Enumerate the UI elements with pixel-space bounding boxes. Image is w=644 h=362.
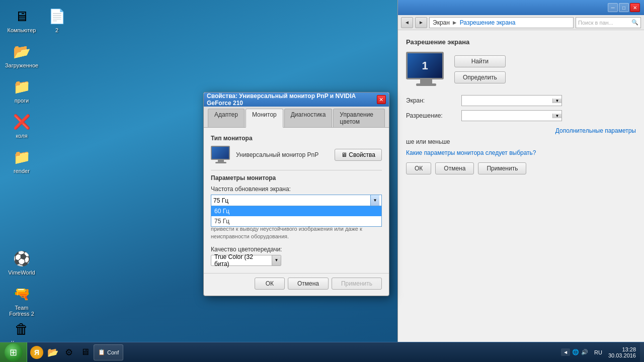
dialog-apply-btn[interactable]: Применить [332, 278, 382, 290]
search-placeholder: Поиск в пан... [578, 20, 631, 26]
panel-minimize-btn[interactable]: ─ [608, 3, 618, 12]
desktop: 🖥 Компьютер 📄 2 📂 Загруженное 📁 проги ❌ … [0, 0, 644, 362]
dialog-tabs: Адаптер Монитор Диагностика Управление ц… [204, 107, 389, 128]
color-quality-label: Качество цветопередачи: [211, 246, 382, 253]
refresh-rate-dropdown[interactable]: 75 Гц ▼ 60 Гц 75 Гц [211, 195, 382, 206]
conf-taskbar-item[interactable]: 📋 Conf [94, 344, 123, 360]
tray-arrow[interactable]: ◄ [561, 348, 570, 356]
screen-dropdown-arrow[interactable]: ▼ [552, 99, 561, 103]
back-btn[interactable]: ◄ [401, 17, 413, 28]
dialog-title: Свойства: Универсальный монитор PnP и NV… [207, 93, 377, 107]
panel-titlebar: ─ □ ✕ [398, 0, 644, 15]
color-quality-arrow-icon[interactable]: ▼ [272, 255, 281, 265]
color-quality-value: True Color (32 бита) [211, 253, 272, 267]
find-btn[interactable]: Найти [454, 55, 506, 67]
clock-time: 13:28 [608, 346, 636, 352]
word-icon-label: 2 [55, 27, 58, 33]
panel-bottom-buttons: ОК Отмена Применить [406, 162, 636, 174]
dialog-cancel-btn[interactable]: Отмена [288, 278, 329, 290]
refresh-rate-label: Частота обновления экрана: [211, 186, 382, 193]
desktop-icon-kolya[interactable]: ❌ коля [4, 110, 39, 141]
yandex-taskbar-icon[interactable]: Я [29, 345, 44, 360]
resolution-label: Разрешение: [406, 112, 456, 119]
clock-date: 30.03.2016 [608, 352, 636, 358]
desktop-icon-progi[interactable]: 📁 проги [4, 74, 39, 106]
panel-apply-btn[interactable]: Применить [478, 162, 526, 174]
tf2-icon: 🔫 [12, 284, 32, 304]
tab-monitor[interactable]: Монитор [246, 109, 283, 128]
dialog-ok-btn[interactable]: ОК [255, 278, 285, 290]
screen-dropdown[interactable]: ▼ [461, 95, 562, 106]
forward-btn[interactable]: ► [415, 17, 427, 28]
computer-icon-label: Компьютер [8, 27, 36, 33]
monitor-type-row: Универсальный монитор PnP 🖥 Свойства [211, 146, 382, 164]
search-icon[interactable]: 🔍 [631, 19, 638, 26]
dialog-titlebar: Свойства: Универсальный монитор PnP и NV… [204, 93, 389, 107]
tab-diagnostics[interactable]: Диагностика [284, 109, 333, 127]
download-icon-label: Загруженное [5, 62, 38, 68]
resolution-dropdown-arrow[interactable]: ▼ [552, 114, 561, 118]
desktop-icon-render[interactable]: 📁 render [4, 145, 39, 176]
resolution-dropdown[interactable]: ▼ [461, 110, 562, 121]
less-text: ше или меньше [406, 138, 450, 145]
monitor-small-base [215, 162, 226, 163]
show-desktop-btn[interactable] [640, 342, 644, 363]
dropdown-selected[interactable]: 75 Гц ▼ [211, 195, 382, 206]
advanced-link[interactable]: Дополнительные параметры [555, 127, 636, 134]
desktop-icon-word[interactable]: 📄 2 [39, 4, 74, 35]
dropdown-option-75[interactable]: 75 Гц [211, 216, 381, 226]
desktop-icon-vime[interactable]: ⚽ VimeWorld [4, 246, 39, 278]
selected-refresh-value: 75 Гц [213, 197, 370, 204]
dialog-body: Тип монитора Универсальный монитор PnP 🖥… [204, 128, 389, 273]
start-button[interactable]: ⊞ [0, 342, 27, 363]
panel-title-buttons: ─ □ ✕ [608, 3, 640, 12]
identify-btn[interactable]: Определить [454, 71, 506, 83]
monitor-display-row: 1 Найти Определить [406, 52, 636, 87]
tf2-icon-label: Team Fortress 2 [6, 305, 37, 317]
settings-taskbar-icon[interactable]: ⚙ [61, 345, 76, 360]
taskbar-tray: ◄ 🌐 🔊 [557, 348, 592, 356]
desktop-icon-computer[interactable]: 🖥 Компьютер [4, 4, 39, 35]
dialog-close-btn[interactable]: ✕ [377, 95, 386, 104]
search-bar[interactable]: Поиск в пан... 🔍 [576, 17, 641, 28]
kolya-icon-label: коля [16, 133, 27, 139]
vime-icon-label: VimeWorld [8, 269, 35, 276]
helper-link[interactable]: Какие параметры монитора следует выбрать… [406, 149, 536, 156]
render-icon-label: render [14, 168, 30, 174]
explorer-taskbar-icon[interactable]: 📂 [45, 345, 60, 360]
breadcrumb-resolution[interactable]: Разрешение экрана [460, 19, 516, 26]
color-quality-row: Качество цветопередачи: True Color (32 б… [211, 246, 382, 266]
panel-ok-btn[interactable]: ОК [406, 162, 431, 174]
volume-tray-icon[interactable]: 🔊 [581, 349, 588, 355]
word-icon: 📄 [47, 6, 67, 26]
tab-adapter[interactable]: Адаптер [208, 109, 245, 127]
dropdown-option-60[interactable]: 60 Гц [211, 206, 381, 216]
taskbar-lang[interactable]: RU [592, 349, 604, 355]
monitor-small-visual [211, 146, 231, 164]
breadcrumb-screen: Экран [433, 19, 450, 26]
conf-taskbar-label: Conf [107, 349, 119, 355]
vime-icon: ⚽ [12, 248, 32, 268]
tab-color[interactable]: Управление цветом [333, 109, 385, 127]
start-orb: ⊞ [5, 343, 23, 361]
panel-cancel-btn[interactable]: Отмена [435, 162, 474, 174]
less-text-row: ше или меньше [406, 138, 636, 145]
kolya-icon: ❌ [12, 112, 32, 132]
panel-section-title: Разрешение экрана [406, 38, 636, 46]
taskbar-clock: 13:28 30.03.2016 [604, 346, 640, 358]
dropdown-arrow-icon[interactable]: ▼ [370, 195, 379, 206]
monitor-number: 1 [422, 59, 428, 72]
display-taskbar-icon[interactable]: 🖥 [77, 345, 93, 360]
desktop-icon-tf2[interactable]: 🔫 Team Fortress 2 [4, 282, 39, 319]
monitor-type-title: Тип монитора [211, 135, 382, 142]
desktop-icon-download[interactable]: 📂 Загруженное [4, 39, 39, 70]
color-quality-dropdown[interactable]: True Color (32 бита) ▼ [211, 255, 281, 266]
network-tray-icon[interactable]: 🌐 [572, 349, 579, 355]
panel-close-btn[interactable]: ✕ [630, 3, 640, 12]
dialog-buttons: ОК Отмена Применить [204, 273, 389, 296]
breadcrumb-arrow: ► [452, 19, 458, 26]
advanced-link-container: Дополнительные параметры [406, 127, 636, 134]
monitor-properties-btn[interactable]: 🖥 Свойства [335, 149, 382, 161]
taskbar: ⊞ Я 📂 ⚙ 🖥 📋 Conf ◄ 🌐 🔊 RU [0, 342, 644, 362]
panel-maximize-btn[interactable]: □ [619, 3, 629, 12]
